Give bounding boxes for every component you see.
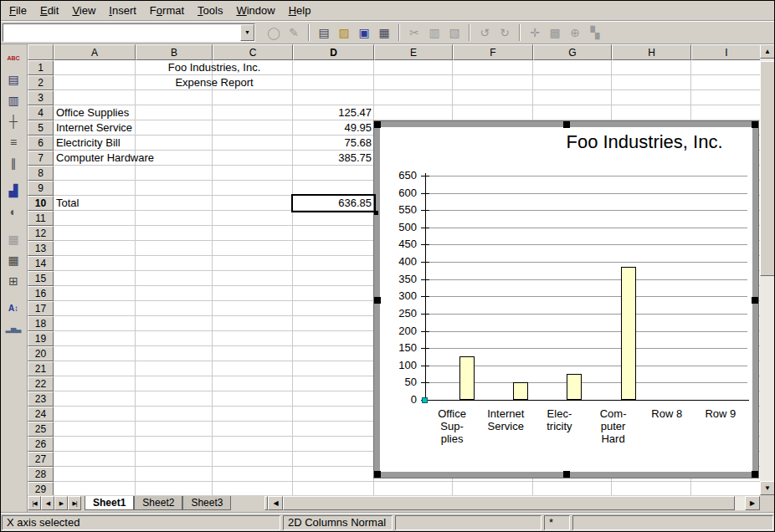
scroll-right-button[interactable]: ▶ (745, 496, 760, 510)
row-header-13[interactable]: 13 (28, 241, 54, 256)
menu-format[interactable]: Format (143, 3, 191, 18)
data-in-columns-button[interactable]: ▦ (3, 250, 23, 269)
sheet-tab-sheet3[interactable]: Sheet3 (182, 496, 231, 510)
scroll-up-button[interactable]: ▲ (760, 44, 775, 59)
column-header-G[interactable]: G (533, 44, 612, 60)
bar-4[interactable] (621, 267, 636, 400)
bar-1[interactable] (459, 356, 475, 400)
row-header-11[interactable]: 11 (28, 211, 54, 226)
data-in-rows-button[interactable]: ▦ (3, 229, 23, 248)
chart-data-button[interactable]: ◐ (3, 202, 23, 221)
column-header-I[interactable]: I (691, 44, 760, 60)
copy-button[interactable]: ▥ (424, 23, 444, 42)
cell-A6[interactable]: Electricity Bill (54, 136, 136, 151)
row-header-4[interactable]: 4 (28, 105, 54, 120)
vertical-scroll-thumb[interactable] (760, 61, 775, 276)
row-header-29[interactable]: 29 (28, 482, 54, 495)
menu-window[interactable]: Window (229, 3, 281, 18)
save-button[interactable]: ▣ (354, 23, 374, 42)
menu-edit[interactable]: Edit (33, 3, 65, 18)
scroll-down-button[interactable]: ▼ (760, 481, 775, 495)
scroll-left-button[interactable]: ◀ (268, 496, 283, 510)
undo-button[interactable]: ↺ (475, 23, 495, 42)
cell-D4[interactable]: 125.47 (293, 105, 374, 120)
styles-button[interactable]: ▩ (545, 23, 565, 42)
menu-file[interactable]: File (3, 3, 33, 18)
menu-insert[interactable]: Insert (102, 3, 143, 18)
cell-A4[interactable]: Office Supplies (54, 105, 136, 120)
chart-legend-toggle-button[interactable]: ▤ (3, 69, 23, 89)
y-axis[interactable] (425, 173, 426, 400)
row-header-20[interactable]: 20 (28, 346, 54, 361)
vertical-scrollbar[interactable]: ▲ ▼ (760, 44, 775, 495)
stop-button[interactable]: ◯ (264, 23, 284, 42)
menu-tools[interactable]: Tools (191, 3, 229, 18)
row-header-14[interactable]: 14 (28, 256, 54, 271)
cell-B2[interactable]: Expense Report (136, 75, 293, 90)
row-header-25[interactable]: 25 (28, 422, 54, 437)
fill-handle[interactable] (374, 211, 378, 215)
row-header-5[interactable]: 5 (28, 120, 54, 136)
embedded-chart[interactable]: Foo Industries, Inc. 0501001502002503003… (374, 121, 758, 478)
bar-2[interactable] (513, 382, 528, 400)
sheet-nav-button-4[interactable]: ▶| (68, 496, 81, 510)
cell-D5[interactable]: 49.95 (293, 120, 374, 136)
axes-title-toggle-button[interactable]: ▥ (3, 90, 23, 110)
horizontal-scroll-track[interactable] (283, 496, 745, 510)
cut-button[interactable]: ✂ (404, 23, 424, 42)
sheet-nav-button-2[interactable]: ◀ (41, 496, 54, 510)
combo-dropdown-button[interactable]: ▼ (240, 24, 254, 41)
row-header-16[interactable]: 16 (28, 286, 54, 301)
chart-type-button[interactable]: ▟ (3, 181, 23, 200)
bar-3[interactable] (567, 374, 582, 400)
cell-A5[interactable]: Internet Service (54, 120, 136, 136)
row-header-21[interactable]: 21 (28, 361, 54, 376)
row-header-15[interactable]: 15 (28, 271, 54, 286)
column-header-B[interactable]: B (136, 44, 213, 60)
menu-view[interactable]: View (65, 3, 102, 18)
chart-resize-handle-2[interactable] (563, 121, 570, 128)
open-button[interactable]: ▨ (334, 23, 354, 42)
row-header-1[interactable]: 1 (28, 60, 54, 75)
x-axis[interactable] (425, 400, 749, 401)
hyperlink-button[interactable]: ⊕ (565, 23, 585, 42)
row-header-17[interactable]: 17 (28, 301, 54, 316)
cell-D7[interactable]: 385.75 (293, 151, 374, 166)
cell-B1[interactable]: Foo Industries, Inc. (136, 60, 293, 75)
sheet-nav-button-1[interactable]: |◀ (28, 496, 41, 510)
select-all-corner[interactable] (28, 44, 54, 60)
chart-resize-handle-1[interactable] (374, 121, 381, 128)
row-header-9[interactable]: 9 (28, 181, 54, 196)
row-header-10[interactable]: 10 (28, 196, 54, 211)
scale-text-button[interactable]: A↕ (3, 299, 23, 318)
data-table-button[interactable]: ⊞ (3, 271, 23, 290)
chart-resize-handle-8[interactable] (752, 471, 758, 478)
sheet-tab-sheet2[interactable]: Sheet2 (134, 496, 182, 510)
horizontal-scrollbar[interactable]: ◀ ▶ (268, 496, 760, 510)
column-header-A[interactable]: A (54, 44, 136, 60)
chart-title[interactable]: Foo Industries, Inc. (477, 131, 775, 153)
paste-button[interactable]: ▧ (444, 23, 464, 42)
row-header-27[interactable]: 27 (28, 452, 54, 467)
active-cell-border[interactable] (291, 194, 376, 212)
vertical-grid-toggle-button[interactable]: ∥ (3, 153, 23, 172)
gallery-button[interactable]: ▚ (585, 23, 605, 42)
cell-D6[interactable]: 75.68 (293, 136, 374, 151)
row-header-19[interactable]: 19 (28, 331, 54, 346)
horizontal-scroll-thumb[interactable] (283, 496, 735, 510)
sheet-nav-button-3[interactable]: ▶ (54, 496, 68, 510)
column-header-C[interactable]: C (213, 44, 293, 60)
column-header-E[interactable]: E (374, 44, 453, 60)
cell-A7[interactable]: Computer Hardware (54, 151, 136, 166)
column-header-F[interactable]: F (453, 44, 533, 60)
sheet-tab-sheet1[interactable]: Sheet1 (85, 496, 134, 510)
new-document-button[interactable]: ▤ (314, 23, 334, 42)
column-header-D[interactable]: D (293, 44, 374, 60)
cell-A10[interactable]: Total (54, 196, 136, 211)
row-header-12[interactable]: 12 (28, 226, 54, 241)
row-header-26[interactable]: 26 (28, 437, 54, 452)
menu-help[interactable]: Help (282, 3, 318, 18)
navigator-button[interactable]: ✛ (525, 23, 545, 42)
row-header-7[interactable]: 7 (28, 151, 54, 166)
edit-file-button[interactable]: ✎ (284, 23, 304, 42)
